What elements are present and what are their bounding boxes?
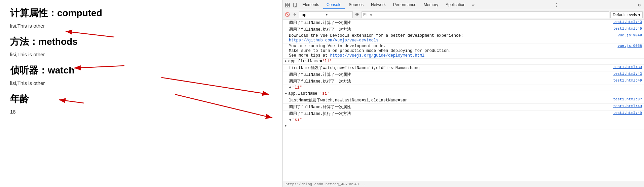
section-age: 年龄 18 [10, 93, 272, 115]
left-panel: 计算属性：computed lisi,This is other 方法：meth… [0, 0, 282, 187]
tab-console[interactable]: Console [323, 1, 345, 9]
clear-console-icon[interactable]: 🚫 [284, 12, 290, 18]
collapse-arrow-icon[interactable]: ◀ [289, 85, 291, 89]
devtools-toolbar2: 🚫 ⊘ top ▾ 👁 Default levels ▾ [283, 10, 644, 20]
level-value: Default levels [613, 12, 637, 17]
tab-performance[interactable]: Performance [390, 1, 420, 9]
console-row-vue-dev: You are running Vue in development mode.… [283, 43, 644, 59]
methods-title: 方法：methods [10, 35, 272, 48]
methods-text: lisi,This is other [10, 52, 272, 57]
menu-dots-icon[interactable]: ⋮ [553, 2, 560, 8]
devtools-link[interactable]: https://github.com/vuejs/vue-devtools [289, 38, 378, 43]
console-row: 调用了fullName,计算了一次属性 test1.html:43 [283, 104, 644, 111]
computed-title: 计算属性：computed [10, 7, 272, 20]
devtools-panel: Elements Console Sources Network Perform… [282, 0, 644, 187]
chevron-down-icon: ▾ [326, 13, 351, 17]
computed-text: lisi,This is other [10, 23, 272, 29]
level-select[interactable]: Default levels ▾ [610, 11, 643, 18]
section-methods: 方法：methods lisi,This is other [10, 35, 272, 57]
expand-arrow-icon[interactable]: ▶ [285, 59, 287, 63]
settings-icon[interactable]: ⚙ [636, 2, 643, 8]
mobile-icon[interactable] [292, 2, 298, 8]
deployment-link[interactable]: https://vuejs.org/guide/deployment.html [330, 53, 424, 58]
url-bar: https://blog.csdn.net/qq_40736543... [286, 182, 366, 186]
tab-network[interactable]: Network [368, 1, 389, 9]
console-row: 调用了fullName,执行了一次方法 test1.html:49 [283, 26, 644, 33]
svg-rect-7 [288, 3, 290, 5]
inspect-icon[interactable] [284, 2, 291, 8]
tab-sources[interactable]: Sources [345, 1, 367, 9]
section-computed: 计算属性：computed lisi,This is other [10, 7, 272, 29]
age-value: 18 [10, 109, 272, 115]
eye-icon[interactable]: 👁 [354, 12, 360, 18]
context-value: top [301, 12, 326, 17]
console-row-more: ▶ [283, 123, 644, 129]
console-row-expand-firstname: ▶ app.firstName='li' [283, 59, 644, 65]
svg-rect-8 [286, 5, 287, 7]
console-row: firstName触发了watch,newFirstName=li,oldFir… [283, 65, 644, 71]
age-title: 年龄 [10, 93, 272, 105]
context-select[interactable]: top ▾ [299, 11, 353, 18]
tab-memory[interactable]: Memory [420, 1, 442, 9]
console-row: 调用了fullName,执行了一次方法 test1.html:49 [283, 111, 644, 117]
console-row: lastName触发了watch,newLastName=si,oldLastN… [283, 97, 644, 104]
console-row-devtools-link: Download the Vue Devtools extension for … [283, 33, 644, 43]
more-tabs-icon[interactable]: » [470, 2, 477, 8]
more-toggle-icon[interactable]: ▶ [285, 124, 287, 128]
watch-text: lisi,This is other [10, 80, 272, 86]
console-content: 调用了fullName,计算了一次属性 test1.html:43 调用了ful… [283, 20, 644, 181]
svg-rect-6 [286, 3, 287, 5]
bottom-bar: https://blog.csdn.net/qq_40736543... [283, 181, 644, 187]
filter-input[interactable] [362, 11, 609, 18]
console-row: 调用了fullName,执行了一次方法 test1.html:49 [283, 78, 644, 85]
section-watch: 侦听器：watch lisi,This is other [10, 64, 272, 86]
console-row-li-result: ◀ "li" [283, 85, 644, 91]
svg-rect-9 [288, 5, 290, 7]
devtools-tab-bar: Elements Console Sources Network Perform… [283, 0, 644, 10]
console-row-expand-lastname: ▶ app.lastName='si' [283, 91, 644, 97]
collapse-arrow2-icon[interactable]: ◀ [289, 118, 291, 122]
collapse-icon[interactable]: ⊘ [292, 12, 298, 18]
level-chevron-icon: ▾ [638, 12, 640, 17]
console-row: 调用了fullName,计算了一次属性 test1.html:43 [283, 20, 644, 26]
tab-elements[interactable]: Elements [299, 1, 323, 9]
console-row: 调用了fullName,计算了一次属性 test1.html:43 [283, 71, 644, 78]
tab-application[interactable]: Application [442, 1, 469, 9]
expand-arrow2-icon[interactable]: ▶ [285, 91, 287, 95]
console-row-si-result: ◀ "si" [283, 117, 644, 123]
watch-title: 侦听器：watch [10, 64, 272, 77]
